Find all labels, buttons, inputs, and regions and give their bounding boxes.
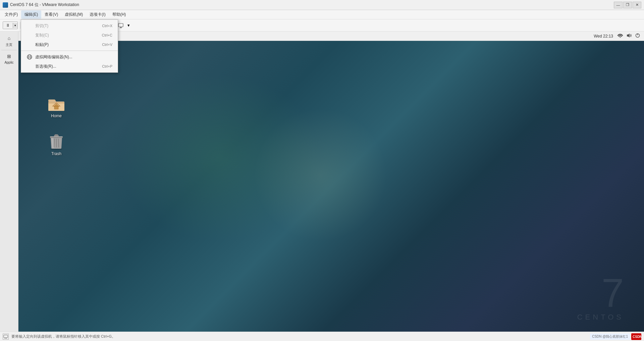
status-bar-right: CSDN @我心底那抹红1 CSDN (590, 333, 641, 340)
trash-can-icon (48, 133, 65, 150)
vm-status-icon (3, 334, 9, 340)
menu-file[interactable]: 文件(F) (1, 10, 21, 19)
centos-number: 7 (577, 273, 624, 313)
minimize-button[interactable]: — (614, 2, 623, 8)
bg-blob-2 (253, 108, 387, 242)
csdn-label: CSDN @我心底那抹红1 (590, 334, 630, 340)
system-time: Wed 22:13 (594, 34, 613, 39)
sidebar-item-home[interactable]: ⌂ 主页 (0, 33, 18, 49)
network-status-icon[interactable] (617, 33, 623, 39)
status-hint-text: 要将输入定向到该虚拟机，请将鼠标指针移入其中或按 Ctrl+G。 (11, 334, 115, 339)
restore-button[interactable]: ❐ (623, 2, 632, 8)
home-icon-label: Home (51, 114, 62, 118)
csdn-logo-icon: CSDN (631, 333, 641, 340)
power-status-icon[interactable] (635, 33, 640, 39)
svg-marker-30 (627, 33, 630, 38)
system-tray (617, 33, 640, 39)
status-bar-left: 要将输入定向到该虚拟机，请将鼠标指针移入其中或按 Ctrl+G。 (3, 334, 115, 340)
volume-status-icon[interactable] (627, 33, 632, 39)
svg-rect-47 (4, 335, 8, 338)
display-dropdown-arrow[interactable]: ▾ (127, 23, 130, 28)
svg-rect-46 (50, 136, 63, 137)
cut-icon (26, 23, 33, 29)
desktop-icon-home[interactable]: Home (41, 93, 71, 120)
status-bar: 要将输入定向到该虚拟机，请将鼠标指针移入其中或按 Ctrl+G。 CSDN @我… (0, 332, 644, 341)
menu-preferences[interactable]: 首选项(R)... Ctrl+P (21, 62, 118, 71)
menu-tabs[interactable]: 选项卡(I) (86, 10, 109, 19)
pause-button[interactable]: ⏸ (3, 22, 13, 29)
edit-dropdown: 剪切(T) Ctrl+X 复制(C) Ctrl+C 粘贴(P) Ctrl+V (21, 19, 118, 73)
title-bar: CentOS 7 64 位 - VMware Workstation — ❐ ✕ (0, 0, 644, 10)
centos-brand-text: CENTOS (577, 313, 624, 322)
menu-help[interactable]: 帮助(H) (109, 10, 129, 19)
sidebar-divider (1, 50, 17, 50)
desktop-icon-trash[interactable]: Trash (41, 131, 71, 158)
sidebar: ⌂ 主页 ⊞ Applic (0, 31, 18, 332)
vm-display: Wed 22:13 (18, 31, 644, 332)
close-button[interactable]: ✕ (633, 2, 641, 8)
toolbar-sep1 (20, 22, 20, 29)
svg-rect-26 (118, 23, 123, 27)
svg-point-29 (620, 37, 621, 38)
menu-edit[interactable]: 编辑(E) (21, 10, 41, 19)
menu-vm[interactable]: 虚拟机(M) (61, 10, 86, 19)
centos-watermark: 7 CENTOS (577, 273, 624, 322)
pause-icon: ⏸ (6, 23, 10, 28)
paste-icon (26, 42, 33, 48)
centos-desktop[interactable]: Home (18, 41, 644, 332)
trash-icon-label: Trash (51, 151, 61, 156)
svg-line-42 (58, 139, 59, 147)
prefs-icon (26, 63, 33, 69)
menu-view[interactable]: 查看(V) (41, 10, 61, 19)
copy-icon (26, 32, 33, 38)
menu-cut[interactable]: 剪切(T) Ctrl+X (21, 21, 118, 30)
home-folder-icon (48, 95, 65, 112)
vmware-logo-icon (3, 2, 8, 8)
menu-copy[interactable]: 复制(C) Ctrl+C (21, 30, 118, 40)
vnet-icon (26, 54, 33, 60)
menu-paste[interactable]: 粘贴(P) Ctrl+V (21, 40, 118, 49)
sidebar-item-home-label: 主页 (6, 43, 12, 47)
pause-group: ⏸ ▾ (3, 21, 18, 29)
pause-dropdown-arrow[interactable]: ▾ (13, 23, 17, 28)
menu-vnet-editor[interactable]: 虚拟网络编辑器(N)... (21, 52, 118, 62)
menu-separator (21, 51, 118, 51)
sidebar-item-apps[interactable]: ⊞ Applic (0, 51, 18, 66)
home-nav-icon: ⌂ (6, 35, 12, 42)
window-controls: — ❐ ✕ (614, 2, 641, 8)
svg-text:CSDN: CSDN (633, 335, 641, 339)
sidebar-item-apps-label: Applic (4, 61, 13, 64)
svg-rect-45 (55, 134, 58, 136)
vmware-window: CentOS 7 64 位 - VMware Workstation — ❐ ✕… (0, 0, 644, 341)
svg-line-40 (54, 139, 54, 147)
window-title: CentOS 7 64 位 - VMware Workstation (10, 2, 614, 8)
content-area: ⌂ 主页 ⊞ Applic Wed 22:13 (0, 31, 644, 332)
display-icon (118, 23, 123, 28)
menu-bar: 文件(F) 编辑(E) 查看(V) 虚拟机(M) 选项卡(I) 帮助(H) 剪切… (0, 10, 644, 19)
apps-nav-icon: ⊞ (6, 53, 12, 60)
